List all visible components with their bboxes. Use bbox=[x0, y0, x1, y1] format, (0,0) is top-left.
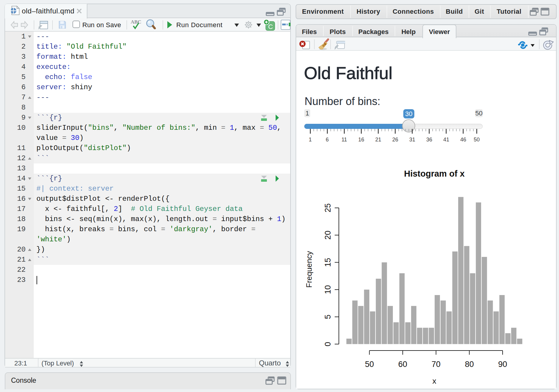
svg-text:25: 25 bbox=[323, 203, 332, 212]
svg-text:0: 0 bbox=[323, 342, 332, 346]
svg-text:5: 5 bbox=[323, 315, 332, 319]
svg-text:60: 60 bbox=[398, 360, 407, 369]
svg-text:Histogram of x: Histogram of x bbox=[404, 169, 464, 178]
svg-text:ABC: ABC bbox=[131, 19, 141, 25]
svg-text:90: 90 bbox=[498, 360, 507, 369]
svg-text:Frequency: Frequency bbox=[305, 251, 314, 288]
svg-text:C: C bbox=[268, 23, 273, 30]
svg-text:x: x bbox=[433, 376, 436, 385]
svg-text:20: 20 bbox=[323, 231, 332, 240]
svg-text:70: 70 bbox=[432, 360, 441, 369]
svg-text:80: 80 bbox=[465, 360, 474, 369]
svg-text:50: 50 bbox=[365, 360, 374, 369]
svg-text:10: 10 bbox=[323, 285, 332, 294]
svg-text:15: 15 bbox=[323, 258, 332, 267]
